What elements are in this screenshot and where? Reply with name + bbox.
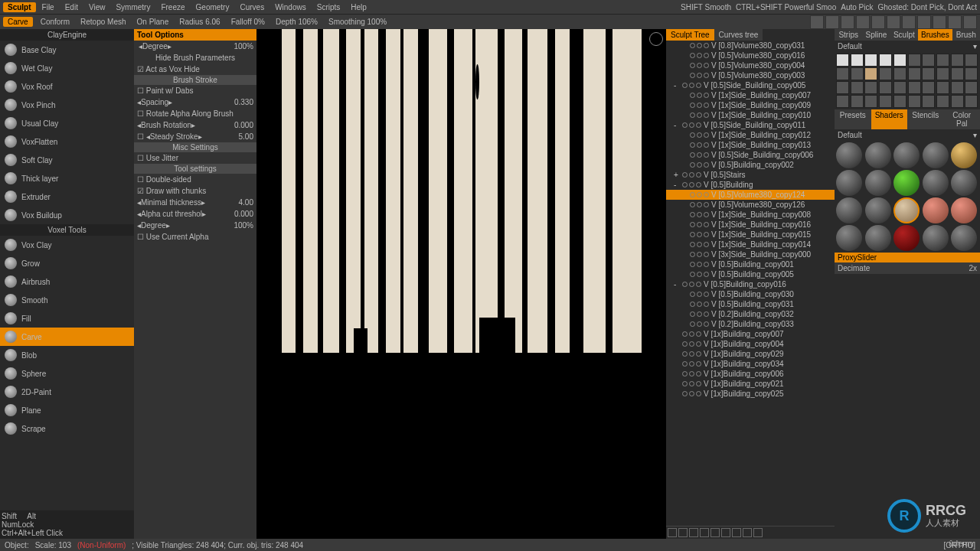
shader-swatch[interactable] [951,142,977,168]
tree-action-icon[interactable] [743,528,752,537]
menu-view[interactable]: View [84,3,110,11]
depth-value[interactable]: 106% [298,18,318,26]
tab-curves-tree[interactable]: Curves tree [714,29,763,41]
tool-icon[interactable] [887,15,900,29]
alpha-swatch[interactable] [922,67,935,80]
shader-swatch[interactable] [923,225,949,251]
menu-file[interactable]: File [38,3,59,11]
alpha-swatch[interactable] [908,67,921,80]
alpha-swatch[interactable] [908,81,921,94]
tree-action-icon[interactable] [710,528,720,537]
alpha-swatch[interactable] [893,95,906,108]
tool-icon[interactable] [963,15,977,29]
tree-item[interactable]: V [1x]Side_Building_copy014 [666,240,835,249]
brush-vox-roof[interactable]: Vox Roof [0,77,134,96]
toggle-conform[interactable]: Conform [38,18,73,26]
menu-freeze[interactable]: Freeze [156,3,189,11]
brush-vox-clay[interactable]: Vox Clay [0,236,134,254]
shader-swatch[interactable] [923,170,949,196]
opt-degree2-val[interactable]: 100% [234,221,253,230]
menu-geometry[interactable]: Geometry [191,3,234,11]
tree-toggle-icon[interactable]: - [674,181,680,189]
shader-swatch[interactable] [951,225,977,251]
tree-item[interactable]: -V [0.5]Building_copy016 [666,279,835,289]
opt-minthick-val[interactable]: 4.00 [239,198,253,207]
alpha-swatch[interactable] [936,54,949,67]
alpha-swatch[interactable] [879,95,892,108]
alpha-swatch[interactable] [951,67,964,80]
tab-sculpt-tree[interactable]: Sculpt Tree [666,29,714,41]
tree-item[interactable]: V [0.5]Building_copy030 [666,289,835,299]
brush-smooth[interactable]: Smooth [0,291,134,309]
shader-swatch[interactable] [836,142,862,168]
opt-dsided[interactable]: Double-sided [146,175,191,184]
tree-item[interactable]: V [1x]Building_copy021 [666,379,835,389]
opt-act-vox[interactable]: Act as Vox Hide [145,65,200,73]
tree-item[interactable]: V [0.5]Building_copy031 [666,299,835,309]
opt-degree[interactable]: Degree [142,42,168,51]
shader-swatch[interactable] [951,170,977,196]
tree-visibility-dots[interactable] [690,162,709,168]
opt-steady[interactable]: Steady Stroke [150,132,198,141]
tree-visibility-dots[interactable] [682,391,701,396]
alpha-swatch[interactable] [951,95,964,108]
tree-visibility-dots[interactable] [690,272,709,277]
alpha-swatch[interactable] [893,81,906,94]
tree-visibility-dots[interactable] [682,182,701,187]
tree-toggle-icon[interactable]: - [674,280,680,289]
alpha-swatch[interactable] [936,81,949,94]
alpha-swatch[interactable] [864,67,877,80]
tree-toggle-icon[interactable]: - [674,121,680,129]
shader-swatch[interactable] [893,225,920,251]
opt-alphacut[interactable]: Alpha cut threshol [141,210,202,218]
tool-icon[interactable] [933,15,946,29]
tree-item[interactable]: V [0.5]Building_copy001 [666,259,835,269]
hint-autopick[interactable]: Auto Pick [841,3,873,11]
alpha-swatch[interactable] [836,54,849,67]
alpha-swatch[interactable] [922,81,935,94]
alpha-swatch[interactable] [864,54,877,67]
alpha-swatch[interactable] [851,81,864,94]
menu-help[interactable]: Help [346,3,371,11]
toggle-retopo[interactable]: Retopo Mesh [77,18,129,26]
tab-sculpt[interactable]: Sculpt [890,29,918,41]
radius-value[interactable]: 6.06 [205,18,220,26]
viewport[interactable] [256,29,666,539]
tree-item[interactable]: V [0.2]Building_copy033 [666,319,835,329]
shaders-preset[interactable]: Default▾ [835,129,980,141]
alpha-swatch[interactable] [836,67,849,80]
tab-brushes[interactable]: Brushes [918,29,952,41]
alpha-swatch[interactable] [879,67,892,80]
tree-item[interactable]: V [1x]Side_Building_copy008 [666,210,835,220]
tree-item[interactable]: -V [0.5]Side_Building_copy005 [666,80,835,90]
shader-swatch[interactable] [836,225,862,251]
toggle-onplane[interactable]: On Plane [134,18,172,26]
menu-symmetry[interactable]: Symmetry [111,3,155,11]
tree-item[interactable]: V [0.5]Building_copy002 [666,160,835,170]
opt-chunks[interactable]: Draw with chunks [146,187,206,195]
tree-visibility-dots[interactable] [690,112,709,118]
tree-visibility-dots[interactable] [690,53,709,58]
tree-item[interactable]: V [1x]Building_copy034 [666,359,835,369]
opt-degree2[interactable]: Degree [141,221,166,230]
opt-jitter[interactable]: Use Jitter [146,154,178,162]
brushes-preset[interactable]: Default▾ [835,41,980,52]
alpha-swatch[interactable] [951,81,964,94]
opt-hide-params[interactable]: Hide Brush Parameters [134,52,256,64]
brush-wet-clay[interactable]: Wet Clay [0,59,134,77]
alpha-swatch[interactable] [965,54,978,67]
alpha-swatch[interactable] [836,81,849,94]
tree-item[interactable]: V [0.5]Building_copy005 [666,269,835,279]
shader-swatch-selected[interactable] [893,197,920,223]
tree-action-icon[interactable] [732,528,741,537]
opt-spacing[interactable]: Spacing [141,98,168,106]
tool-icon[interactable] [856,15,870,29]
tree-visibility-dots[interactable] [682,172,701,178]
tree-item[interactable]: V [1x]Building_copy006 [666,369,835,379]
tree-item[interactable]: V [1x]Building_copy029 [666,349,835,359]
tree-action-icon[interactable] [668,528,677,537]
tree-item[interactable]: V [1x]Side_Building_copy015 [666,230,835,240]
menu-edit[interactable]: Edit [60,3,83,11]
alpha-swatch[interactable] [908,95,921,108]
alpha-swatch[interactable] [965,95,978,108]
